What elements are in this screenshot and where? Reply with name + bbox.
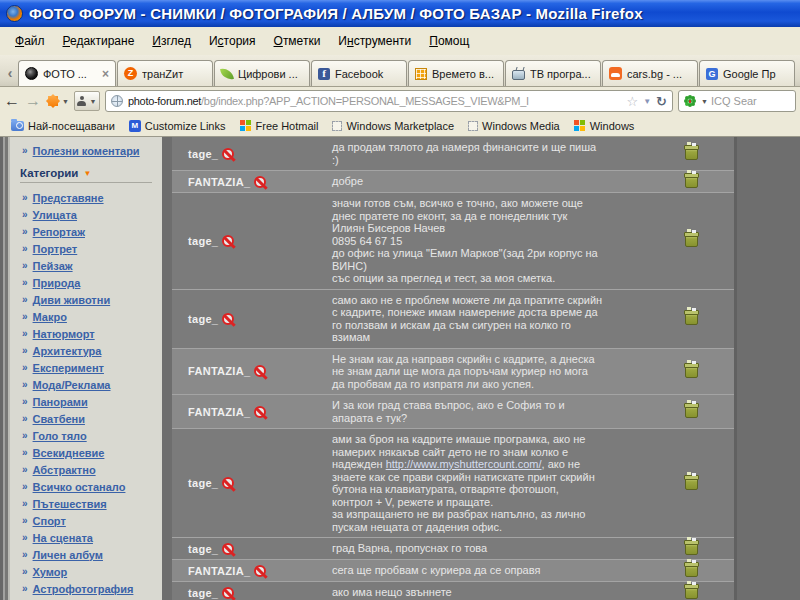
- delete-message-button[interactable]: [685, 477, 698, 490]
- title-bar[interactable]: ФОТО ФОРУМ - СНИМКИ / ФОТОГРАФИЯ / АЛБУМ…: [0, 0, 800, 27]
- tab-cars-bg[interactable]: cars.bg - ...: [602, 60, 698, 86]
- chevron-down-icon[interactable]: ▼: [701, 98, 708, 105]
- sidebar-top-link[interactable]: Полезни коментари: [33, 145, 140, 157]
- bookmark-windows-media[interactable]: Windows Media: [461, 120, 567, 132]
- sidebar-item-23[interactable]: »Астрофотография: [10, 580, 162, 597]
- username-link[interactable]: tage_: [188, 235, 218, 247]
- tab-vremeto[interactable]: Времето в...: [408, 60, 504, 86]
- menu-item-edit[interactable]: Редактиране: [54, 30, 144, 52]
- category-link[interactable]: Личен албум: [33, 549, 103, 561]
- menu-item-history[interactable]: История: [200, 30, 265, 52]
- forward-button[interactable]: →: [25, 93, 41, 109]
- category-link[interactable]: На сцената: [33, 532, 93, 544]
- blocked-icon[interactable]: [254, 565, 266, 577]
- url-bar[interactable]: photo-forum.net /bg/index.php?APP_ACTION…: [105, 90, 673, 112]
- back-button[interactable]: ←: [4, 93, 20, 109]
- reload-icon[interactable]: ↻: [656, 94, 667, 109]
- tab-google[interactable]: Google Пр: [699, 60, 795, 86]
- search-input[interactable]: ICQ Sear: [711, 95, 757, 107]
- sidebar-item-7[interactable]: »Макро: [10, 308, 162, 325]
- sidebar-item-12[interactable]: »Панорами: [10, 393, 162, 410]
- blocked-icon[interactable]: [222, 148, 234, 160]
- sidebar-item-22[interactable]: »Хумор: [10, 563, 162, 580]
- username-link[interactable]: FANTAZIA_: [188, 406, 250, 418]
- sidebar-item-14[interactable]: »Голо тяло: [10, 427, 162, 444]
- sidebar-item-13[interactable]: »Сватбени: [10, 410, 162, 427]
- tab-tv-programa[interactable]: ТВ програ...: [505, 60, 601, 86]
- tab-close-icon[interactable]: ×: [102, 69, 109, 79]
- username-link[interactable]: tage_: [188, 587, 218, 599]
- delete-message-button[interactable]: [685, 147, 698, 160]
- category-link[interactable]: Портрет: [33, 243, 78, 255]
- url-text[interactable]: photo-forum.net /bg/index.php?APP_ACTION…: [128, 95, 622, 107]
- bookmark-customize-links[interactable]: Customize Links: [122, 120, 233, 132]
- username-link[interactable]: FANTAZIA_: [188, 176, 250, 188]
- menu-item-bookmarks[interactable]: Отметки: [265, 30, 330, 52]
- menu-item-file[interactable]: Файл: [6, 30, 54, 52]
- username-link[interactable]: tage_: [188, 477, 218, 489]
- sidebar-item-17[interactable]: »Всичко останало: [10, 478, 162, 495]
- category-link[interactable]: Всичко останало: [33, 481, 126, 493]
- sidebar-item-2[interactable]: »Репортаж: [10, 223, 162, 240]
- category-link[interactable]: Хумор: [33, 566, 68, 578]
- bookmark-windows-marketplace[interactable]: Windows Marketplace: [325, 120, 461, 132]
- delete-message-button[interactable]: [685, 542, 698, 555]
- username-link[interactable]: tage_: [188, 148, 218, 160]
- blocked-icon[interactable]: [222, 235, 234, 247]
- blocked-icon[interactable]: [222, 543, 234, 555]
- blocked-icon[interactable]: [254, 365, 266, 377]
- sidebar-item-6[interactable]: »Диви животни: [10, 291, 162, 308]
- blocked-icon[interactable]: [222, 313, 234, 325]
- category-link[interactable]: Пътешествия: [33, 498, 107, 510]
- blocked-icon[interactable]: [222, 477, 234, 489]
- username-link[interactable]: tage_: [188, 543, 218, 555]
- delete-message-button[interactable]: [685, 312, 698, 325]
- sidebar-item-20[interactable]: »На сцената: [10, 529, 162, 546]
- blocked-icon[interactable]: [254, 406, 266, 418]
- category-link[interactable]: Панорами: [33, 396, 88, 408]
- category-link[interactable]: Репортаж: [33, 226, 85, 238]
- tab-facebook[interactable]: Facebook: [311, 60, 407, 86]
- sidebar-item-18[interactable]: »Пътешествия: [10, 495, 162, 512]
- category-link[interactable]: Макро: [33, 311, 67, 323]
- category-link[interactable]: Пейзаж: [33, 260, 73, 272]
- tab-tranzit[interactable]: транZит: [117, 60, 213, 86]
- sidebar-item-4[interactable]: »Пейзаж: [10, 257, 162, 274]
- categories-heading[interactable]: Категории ▼: [20, 167, 152, 183]
- category-link[interactable]: Сватбени: [33, 413, 85, 425]
- identity-button[interactable]: ▼: [74, 91, 100, 111]
- username-link[interactable]: FANTAZIA_: [188, 565, 250, 577]
- bookmark-free-hotmail[interactable]: Free Hotmail: [233, 120, 326, 132]
- tab-scroll-left-button[interactable]: ‹: [2, 61, 18, 85]
- sidebar-item-16[interactable]: »Абстрактно: [10, 461, 162, 478]
- sidebar-item-5[interactable]: »Природа: [10, 274, 162, 291]
- delete-message-button[interactable]: [685, 175, 698, 188]
- sidebar-item-0[interactable]: »Представяне: [10, 189, 162, 206]
- delete-message-button[interactable]: [685, 405, 698, 418]
- tab-cifrovi[interactable]: Цифрови ...: [214, 60, 310, 86]
- sidebar-item-9[interactable]: »Архитектура: [10, 342, 162, 359]
- quick-launch-button[interactable]: ▼: [46, 94, 69, 108]
- delete-message-button[interactable]: [685, 234, 698, 247]
- bookmark-windows[interactable]: Windows: [567, 120, 642, 132]
- category-link[interactable]: Улицата: [33, 209, 77, 221]
- category-link[interactable]: Спорт: [33, 515, 66, 527]
- delete-message-button[interactable]: [685, 564, 698, 577]
- menu-item-view[interactable]: Изглед: [143, 30, 200, 52]
- sidebar-item-11[interactable]: »Мода/Реклама: [10, 376, 162, 393]
- category-link[interactable]: Архитектура: [33, 345, 102, 357]
- url-dropdown-icon[interactable]: ▼: [643, 97, 651, 106]
- blocked-icon[interactable]: [254, 176, 266, 188]
- tab-photo-forum[interactable]: ФОТО ...×: [18, 60, 116, 86]
- delete-message-button[interactable]: [685, 365, 698, 378]
- username-link[interactable]: FANTAZIA_: [188, 365, 250, 377]
- category-link[interactable]: Всекидневие: [33, 447, 105, 459]
- sidebar-item-3[interactable]: »Портрет: [10, 240, 162, 257]
- search-box[interactable]: ▼ ICQ Sear: [678, 90, 796, 112]
- category-link[interactable]: Представяне: [33, 192, 104, 204]
- category-link[interactable]: Натюрморт: [33, 328, 95, 340]
- blocked-icon[interactable]: [222, 587, 234, 599]
- category-link[interactable]: Експеримент: [33, 362, 104, 374]
- category-link[interactable]: Голо тяло: [33, 430, 87, 442]
- menu-item-tools[interactable]: Инструменти: [329, 30, 420, 52]
